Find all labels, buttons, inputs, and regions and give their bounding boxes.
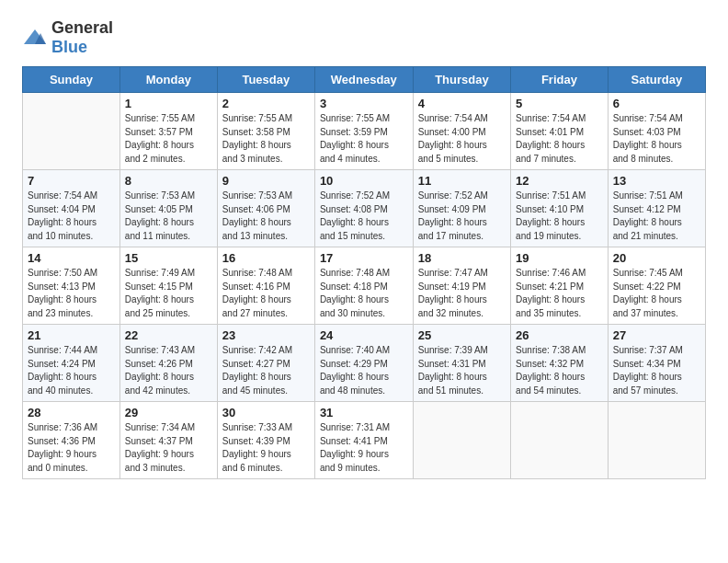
day-info: Sunrise: 7:40 AM Sunset: 4:29 PM Dayligh… — [320, 344, 408, 397]
calendar-cell: 26Sunrise: 7:38 AM Sunset: 4:32 PM Dayli… — [511, 325, 609, 402]
calendar-cell: 31Sunrise: 7:31 AM Sunset: 4:41 PM Dayli… — [314, 402, 413, 479]
day-number: 11 — [418, 174, 506, 188]
weekday-header-friday: Friday — [511, 67, 609, 93]
day-info: Sunrise: 7:55 AM Sunset: 3:59 PM Dayligh… — [320, 112, 408, 166]
day-number: 13 — [613, 174, 700, 188]
day-info: Sunrise: 7:55 AM Sunset: 3:57 PM Dayligh… — [125, 112, 212, 166]
calendar-cell — [23, 93, 120, 170]
day-number: 12 — [516, 174, 603, 188]
calendar-week-2: 7Sunrise: 7:54 AM Sunset: 4:04 PM Daylig… — [23, 170, 706, 247]
day-info: Sunrise: 7:51 AM Sunset: 4:10 PM Dayligh… — [516, 190, 603, 243]
calendar-table: SundayMondayTuesdayWednesdayThursdayFrid… — [22, 66, 706, 479]
day-number: 7 — [28, 174, 115, 188]
day-number: 14 — [28, 251, 115, 265]
day-info: Sunrise: 7:45 AM Sunset: 4:22 PM Dayligh… — [613, 267, 700, 320]
day-number: 6 — [613, 97, 700, 110]
day-number: 24 — [320, 328, 408, 342]
weekday-header-wednesday: Wednesday — [314, 67, 413, 93]
day-info: Sunrise: 7:53 AM Sunset: 4:05 PM Dayligh… — [125, 190, 212, 243]
calendar-cell — [608, 402, 705, 479]
calendar-cell: 14Sunrise: 7:50 AM Sunset: 4:13 PM Dayli… — [23, 247, 120, 325]
weekday-header-sunday: Sunday — [23, 67, 120, 93]
day-number: 2 — [222, 97, 310, 110]
calendar-cell: 8Sunrise: 7:53 AM Sunset: 4:05 PM Daylig… — [119, 170, 217, 247]
day-number: 19 — [516, 251, 603, 265]
day-info: Sunrise: 7:38 AM Sunset: 4:32 PM Dayligh… — [516, 344, 603, 397]
calendar-cell: 20Sunrise: 7:45 AM Sunset: 4:22 PM Dayli… — [608, 247, 705, 325]
weekday-header-monday: Monday — [119, 67, 217, 93]
day-info: Sunrise: 7:52 AM Sunset: 4:09 PM Dayligh… — [418, 190, 506, 243]
calendar-cell: 7Sunrise: 7:54 AM Sunset: 4:04 PM Daylig… — [23, 170, 120, 247]
day-info: Sunrise: 7:53 AM Sunset: 4:06 PM Dayligh… — [222, 190, 310, 243]
day-info: Sunrise: 7:37 AM Sunset: 4:34 PM Dayligh… — [613, 344, 700, 397]
calendar-cell: 4Sunrise: 7:54 AM Sunset: 4:00 PM Daylig… — [413, 93, 510, 170]
day-number: 30 — [222, 406, 310, 419]
logo-icon — [22, 28, 48, 48]
day-info: Sunrise: 7:33 AM Sunset: 4:39 PM Dayligh… — [222, 421, 310, 475]
calendar-cell: 27Sunrise: 7:37 AM Sunset: 4:34 PM Dayli… — [608, 325, 705, 402]
calendar-cell: 22Sunrise: 7:43 AM Sunset: 4:26 PM Dayli… — [119, 325, 217, 402]
day-number: 9 — [222, 174, 310, 188]
day-number: 4 — [418, 97, 506, 110]
calendar-cell: 29Sunrise: 7:34 AM Sunset: 4:37 PM Dayli… — [119, 402, 217, 479]
calendar-cell: 25Sunrise: 7:39 AM Sunset: 4:31 PM Dayli… — [413, 325, 510, 402]
day-info: Sunrise: 7:54 AM Sunset: 4:00 PM Dayligh… — [418, 112, 506, 166]
day-number: 15 — [125, 251, 212, 265]
day-info: Sunrise: 7:55 AM Sunset: 3:58 PM Dayligh… — [222, 112, 310, 166]
day-number: 1 — [125, 97, 212, 110]
calendar-cell: 12Sunrise: 7:51 AM Sunset: 4:10 PM Dayli… — [511, 170, 609, 247]
calendar-cell: 13Sunrise: 7:51 AM Sunset: 4:12 PM Dayli… — [608, 170, 705, 247]
calendar-week-1: 1Sunrise: 7:55 AM Sunset: 3:57 PM Daylig… — [23, 93, 706, 170]
calendar-cell: 2Sunrise: 7:55 AM Sunset: 3:58 PM Daylig… — [217, 93, 314, 170]
weekday-header-thursday: Thursday — [413, 67, 510, 93]
day-info: Sunrise: 7:46 AM Sunset: 4:21 PM Dayligh… — [516, 267, 603, 320]
day-number: 10 — [320, 174, 408, 188]
logo-general: General — [51, 18, 113, 37]
calendar-cell: 16Sunrise: 7:48 AM Sunset: 4:16 PM Dayli… — [217, 247, 314, 325]
day-number: 21 — [28, 328, 115, 342]
day-info: Sunrise: 7:34 AM Sunset: 4:37 PM Dayligh… — [125, 421, 212, 475]
calendar-cell: 10Sunrise: 7:52 AM Sunset: 4:08 PM Dayli… — [314, 170, 413, 247]
calendar-cell: 17Sunrise: 7:48 AM Sunset: 4:18 PM Dayli… — [314, 247, 413, 325]
day-number: 20 — [613, 251, 700, 265]
logo: General Blue — [22, 18, 113, 57]
calendar-week-4: 21Sunrise: 7:44 AM Sunset: 4:24 PM Dayli… — [23, 325, 706, 402]
calendar-cell: 23Sunrise: 7:42 AM Sunset: 4:27 PM Dayli… — [217, 325, 314, 402]
day-info: Sunrise: 7:36 AM Sunset: 4:36 PM Dayligh… — [28, 421, 115, 475]
day-info: Sunrise: 7:52 AM Sunset: 4:08 PM Dayligh… — [320, 190, 408, 243]
calendar-header-row: SundayMondayTuesdayWednesdayThursdayFrid… — [23, 67, 706, 93]
day-info: Sunrise: 7:42 AM Sunset: 4:27 PM Dayligh… — [222, 344, 310, 397]
page-header: General Blue — [22, 18, 706, 57]
day-info: Sunrise: 7:31 AM Sunset: 4:41 PM Dayligh… — [320, 421, 408, 475]
day-info: Sunrise: 7:49 AM Sunset: 4:15 PM Dayligh… — [125, 267, 212, 320]
calendar-cell: 30Sunrise: 7:33 AM Sunset: 4:39 PM Dayli… — [217, 402, 314, 479]
day-info: Sunrise: 7:54 AM Sunset: 4:04 PM Dayligh… — [28, 190, 115, 243]
day-number: 23 — [222, 328, 310, 342]
calendar-cell: 11Sunrise: 7:52 AM Sunset: 4:09 PM Dayli… — [413, 170, 510, 247]
day-number: 5 — [516, 97, 603, 110]
calendar-cell — [413, 402, 510, 479]
calendar-cell — [511, 402, 609, 479]
day-info: Sunrise: 7:48 AM Sunset: 4:16 PM Dayligh… — [222, 267, 310, 320]
calendar-cell: 9Sunrise: 7:53 AM Sunset: 4:06 PM Daylig… — [217, 170, 314, 247]
day-number: 26 — [516, 328, 603, 342]
day-info: Sunrise: 7:47 AM Sunset: 4:19 PM Dayligh… — [418, 267, 506, 320]
calendar-week-3: 14Sunrise: 7:50 AM Sunset: 4:13 PM Dayli… — [23, 247, 706, 325]
day-number: 27 — [613, 328, 700, 342]
day-number: 22 — [125, 328, 212, 342]
day-number: 3 — [320, 97, 408, 110]
calendar-week-5: 28Sunrise: 7:36 AM Sunset: 4:36 PM Dayli… — [23, 402, 706, 479]
weekday-header-saturday: Saturday — [608, 67, 705, 93]
day-number: 25 — [418, 328, 506, 342]
calendar-cell: 3Sunrise: 7:55 AM Sunset: 3:59 PM Daylig… — [314, 93, 413, 170]
day-number: 28 — [28, 406, 115, 419]
calendar-cell: 28Sunrise: 7:36 AM Sunset: 4:36 PM Dayli… — [23, 402, 120, 479]
calendar-cell: 1Sunrise: 7:55 AM Sunset: 3:57 PM Daylig… — [119, 93, 217, 170]
logo-blue: Blue — [51, 38, 87, 56]
calendar-cell: 19Sunrise: 7:46 AM Sunset: 4:21 PM Dayli… — [511, 247, 609, 325]
calendar-cell: 21Sunrise: 7:44 AM Sunset: 4:24 PM Dayli… — [23, 325, 120, 402]
calendar-cell: 6Sunrise: 7:54 AM Sunset: 4:03 PM Daylig… — [608, 93, 705, 170]
day-info: Sunrise: 7:44 AM Sunset: 4:24 PM Dayligh… — [28, 344, 115, 397]
calendar-cell: 18Sunrise: 7:47 AM Sunset: 4:19 PM Dayli… — [413, 247, 510, 325]
weekday-header-tuesday: Tuesday — [217, 67, 314, 93]
